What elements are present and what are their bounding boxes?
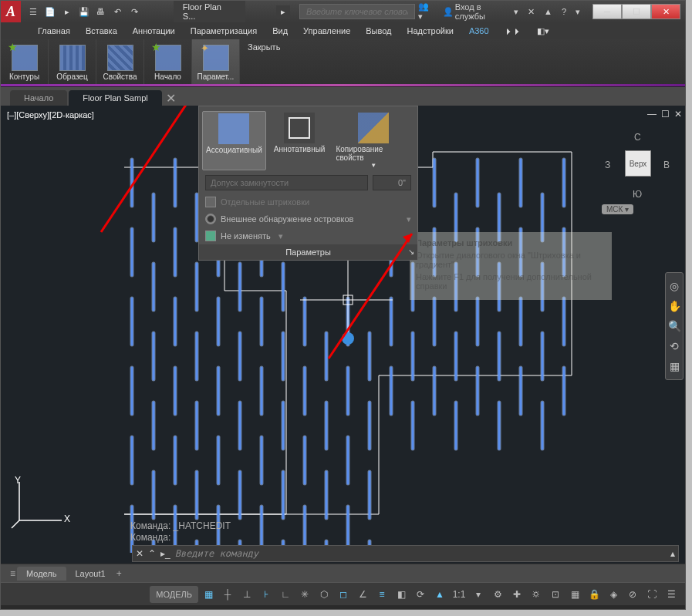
status-infer-icon[interactable]: ⊥	[238, 586, 256, 603]
doctab-add-icon[interactable]: ✕	[164, 91, 179, 106]
ribbon-properties[interactable]: Свойства	[96, 39, 144, 86]
status-custom-icon[interactable]: ☰	[662, 586, 680, 603]
status-snap-icon[interactable]: ┼	[218, 586, 237, 603]
command-line[interactable]: ✕ ⌃ ▸_ Введите команду ▴	[132, 545, 679, 562]
status-lwt-icon[interactable]: ≡	[373, 586, 391, 603]
viewport-minimize-icon[interactable]: —	[647, 109, 657, 119]
status-ortho-icon[interactable]: ∟	[276, 586, 295, 603]
status-workspace-icon[interactable]: ⛭	[527, 586, 545, 603]
status-scale-button[interactable]: 1:1	[450, 586, 468, 603]
status-isolate-icon[interactable]: ⊘	[623, 586, 642, 603]
status-otrack-icon[interactable]: ∠	[353, 586, 372, 603]
document-title: Floor Plan S...	[174, 1, 245, 22]
qat-menu-icon[interactable]: ☰	[25, 4, 41, 19]
cmdline-recent-icon[interactable]: ▴	[670, 548, 675, 559]
status-annoscale-icon[interactable]: ▲	[430, 586, 449, 603]
ribbon-boundaries[interactable]: Контуры	[1, 39, 49, 86]
status-polar-icon[interactable]: ✳	[295, 586, 314, 603]
nav-wheel-icon[interactable]: ◎	[666, 276, 683, 296]
info-center-icon[interactable]: 👥▾	[415, 0, 437, 23]
status-iso-icon[interactable]: ⬡	[315, 586, 333, 603]
app-icon[interactable]: A	[1, 1, 21, 22]
nav-showmotion-icon[interactable]: ▦	[666, 356, 683, 376]
doctab-floorplan[interactable]: Floor Plan Sampl	[69, 90, 161, 106]
cmdline-config-icon[interactable]: ⌃	[148, 548, 156, 559]
qat-open-icon[interactable]: ▸	[59, 4, 75, 19]
drawing-area[interactable]: [–][Сверху][2D-каркас] — ☐ ✕ Ассоциативн…	[1, 106, 685, 564]
nav-pan-icon[interactable]: ✋	[666, 296, 683, 316]
status-units-icon[interactable]: ⊡	[546, 586, 565, 603]
minimize-button[interactable]: ─	[592, 4, 622, 19]
menu-home[interactable]: Главная	[30, 24, 78, 38]
status-cycling-icon[interactable]: ⟳	[411, 586, 430, 603]
close-button[interactable]: ✕	[651, 4, 680, 19]
layout-tab-layout1[interactable]: Layout1	[66, 567, 115, 581]
gap-tolerance-input[interactable]	[373, 175, 411, 190]
qat-save-icon[interactable]: 💾	[76, 4, 92, 19]
ribbon-close-button[interactable]: Закрыть	[240, 39, 288, 86]
maximize-button[interactable]: ☐	[622, 4, 651, 19]
viewcube-north[interactable]: С	[634, 132, 641, 143]
menu-a360[interactable]: A360	[461, 24, 497, 38]
status-lock-icon[interactable]: 🔒	[585, 586, 603, 603]
flyout-annotative[interactable]: Аннотативный	[271, 111, 329, 170]
menu-addins[interactable]: Надстройки	[400, 24, 461, 38]
menu-output[interactable]: Вывод	[358, 24, 399, 38]
menu-manage[interactable]: Управление	[295, 24, 358, 38]
flyout-island-detection[interactable]: Внешнее обнаружение островков▾	[199, 210, 417, 227]
flyout-match-props[interactable]: Копирование свойств▼	[332, 111, 414, 170]
status-model-button[interactable]: МОДЕЛЬ	[150, 586, 198, 603]
menu-panels-icon[interactable]: ◧▾	[529, 24, 557, 39]
nav-zoom-icon[interactable]: 🔍	[666, 316, 683, 336]
viewcube-south[interactable]: Ю	[633, 189, 642, 200]
qat-print-icon[interactable]: 🖶	[93, 4, 109, 19]
viewcube[interactable]: С Ю В З Верх МСК ▾	[602, 127, 671, 226]
doctab-start[interactable]: Начало	[10, 90, 67, 106]
viewport-close-icon[interactable]: ✕	[674, 109, 682, 119]
qat-redo-icon[interactable]: ↷	[127, 4, 143, 19]
status-transparency-icon[interactable]: ◧	[392, 586, 410, 603]
ribbon-pattern[interactable]: Образец	[49, 39, 96, 86]
gap-tolerance-label	[205, 175, 368, 190]
viewcube-east[interactable]: В	[663, 160, 670, 170]
view-controls-label[interactable]: [–][Сверху][2D-каркас]	[7, 110, 94, 119]
menu-insert[interactable]: Вставка	[78, 24, 125, 38]
exchange-icon[interactable]: ✕	[525, 5, 538, 19]
viewcube-top-face[interactable]: Верх	[625, 150, 651, 177]
menu-annotate[interactable]: Аннотации	[125, 24, 183, 38]
ribbon-origin[interactable]: Начало	[144, 39, 192, 86]
tooltip-body: Открытие диалогового окна "Штриховка и г…	[416, 251, 606, 269]
nav-orbit-icon[interactable]: ⟲	[666, 336, 683, 356]
help-icon[interactable]: ?	[559, 5, 569, 18]
viewcube-wcs-button[interactable]: МСК ▾	[602, 204, 633, 214]
ribbon-options[interactable]: Парамет...	[192, 39, 240, 86]
viewport-maximize-icon[interactable]: ☐	[661, 109, 670, 119]
status-clean-icon[interactable]: ⛶	[643, 586, 661, 603]
viewcube-west[interactable]: З	[605, 160, 610, 170]
status-hardware-icon[interactable]: ◈	[604, 586, 623, 603]
status-qprop-icon[interactable]: ▦	[565, 586, 584, 603]
status-annomon-icon[interactable]: ✚	[508, 586, 526, 603]
cmdline-close-icon[interactable]: ✕	[136, 548, 143, 559]
title-dropdown-icon[interactable]: ▸	[276, 5, 290, 19]
layout-add-icon[interactable]: +	[115, 568, 123, 579]
qat-undo-icon[interactable]: ↶	[110, 4, 126, 19]
menu-more-icon[interactable]: ⏵⏵	[497, 24, 529, 38]
menu-view[interactable]: Вид	[265, 24, 295, 38]
layout-tab-model[interactable]: Модель	[17, 567, 66, 581]
status-dyn-icon[interactable]: ⊦	[257, 586, 275, 603]
qat-new-icon[interactable]: 📄	[42, 4, 58, 19]
command-input[interactable]: Введите команду	[175, 548, 666, 559]
layout-nav-icon[interactable]: ≡	[8, 568, 17, 579]
status-grid-icon[interactable]: ▦	[199, 586, 218, 603]
status-gear-icon[interactable]: ⚙	[488, 586, 507, 603]
ucs-icon[interactable]: Y X	[12, 478, 73, 534]
search-input[interactable]	[299, 4, 415, 19]
signin-button[interactable]: 👤Вход в службы▾	[440, 1, 522, 22]
status-osnap-icon[interactable]: ◻	[334, 586, 353, 603]
autodesk-icon[interactable]: ▲	[541, 5, 555, 18]
menu-parametric[interactable]: Параметризация	[183, 24, 265, 38]
status-scale-dropdown-icon[interactable]: ▾	[469, 586, 488, 603]
match-props-icon	[358, 113, 389, 143]
help-dropdown-icon[interactable]: ▾	[572, 5, 583, 19]
